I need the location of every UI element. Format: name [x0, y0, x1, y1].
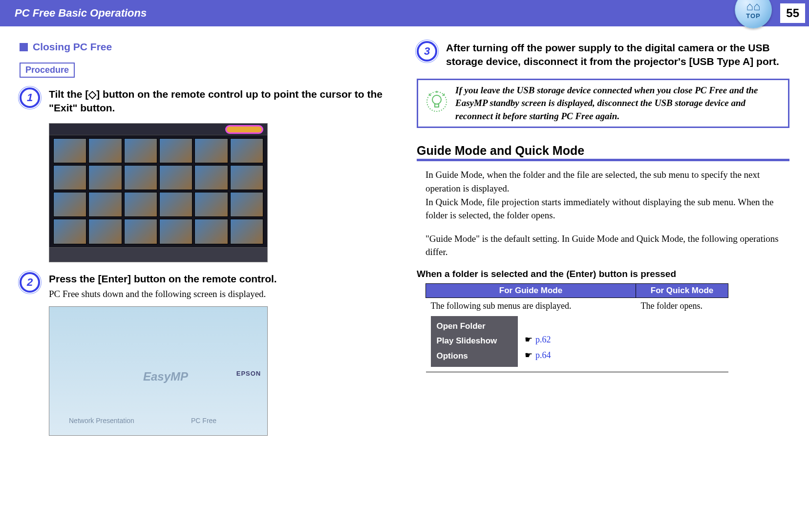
- step-number-badge-1: 1: [20, 87, 40, 108]
- exit-button-highlight: [225, 125, 263, 134]
- tip-text: If you leave the USB storage device conn…: [455, 84, 781, 123]
- header-bar: PC Free Basic Operations ⌂⌂ TOP 55: [0, 0, 809, 26]
- step-2-desc: PC Free shuts down and the following scr…: [49, 288, 392, 300]
- pc-free-label: PC Free: [191, 417, 216, 425]
- section-heading: Closing PC Free: [20, 41, 392, 53]
- reference-mark-icon: ☛: [525, 350, 532, 360]
- svg-point-1: [432, 95, 441, 104]
- section-heading-text: Closing PC Free: [33, 41, 112, 53]
- top-badge-label: TOP: [746, 12, 761, 20]
- epson-brand: EPSON: [236, 370, 261, 377]
- home-icon: ⌂⌂: [746, 0, 761, 12]
- para-3: "Guide Mode" is the default setting. In …: [426, 232, 789, 259]
- reference-mark-icon: ☛: [525, 335, 532, 344]
- para-2: In Quick Mode, file projection starts im…: [426, 195, 789, 222]
- step-number-badge-3: 3: [417, 41, 437, 62]
- procedure-tag: Procedure: [20, 63, 75, 78]
- cell-quick: The folder opens.: [636, 298, 728, 372]
- step-3-title: After turning off the power supply to th…: [446, 41, 789, 69]
- page-number: 55: [780, 3, 805, 23]
- heading-guide-quick: Guide Mode and Quick Mode: [417, 144, 789, 158]
- step-2-title: Press the [Enter] button on the remote c…: [49, 272, 392, 286]
- step-3: 3 After turning off the power supply to …: [417, 41, 789, 71]
- guide-cell-text: The following sub menus are displayed.: [431, 301, 572, 311]
- ref-link-p62[interactable]: p.62: [535, 335, 551, 344]
- table-caption: When a folder is selected and the (Enter…: [417, 269, 789, 279]
- right-column: 3 After turning off the power supply to …: [417, 41, 789, 446]
- tip-box: If you leave the USB storage device conn…: [417, 79, 789, 128]
- ref-p64[interactable]: ☛ p.64: [525, 347, 551, 363]
- screenshot-easymp-standby: EasyMP EPSON Network Presentation PC Fre…: [49, 306, 268, 436]
- screenshot-pc-free-exit: [49, 123, 268, 262]
- ref-link-p64[interactable]: p.64: [535, 350, 551, 360]
- step-2: 2 Press the [Enter] button on the remote…: [20, 272, 392, 300]
- top-badge[interactable]: ⌂⌂ TOP: [735, 0, 772, 28]
- cell-guide: The following sub menus are displayed. O…: [426, 298, 636, 372]
- svg-rect-2: [435, 104, 439, 107]
- step-1: 1 Tilt the [◇] button on the remote cont…: [20, 87, 392, 117]
- header-title: PC Free Basic Operations: [15, 7, 147, 20]
- submenu-play-slideshow: Play Slideshow: [437, 334, 512, 349]
- heading-rule: [417, 159, 789, 161]
- step-number-badge-2: 2: [20, 272, 40, 293]
- submenu-options: Options: [437, 349, 512, 364]
- para-1: In Guide Mode, when the folder and the f…: [426, 168, 789, 195]
- th-guide: For Guide Mode: [426, 283, 636, 298]
- network-presentation-label: Network Presentation: [69, 417, 134, 425]
- th-quick: For Quick Mode: [636, 283, 728, 298]
- tip-lightbulb-icon: [425, 90, 448, 113]
- left-column: Closing PC Free Procedure 1 Tilt the [◇]…: [20, 41, 392, 446]
- step-1-title: Tilt the [◇] button on the remote contro…: [49, 87, 392, 115]
- ref-p62[interactable]: ☛ p.62: [525, 332, 551, 347]
- square-bullet-icon: [20, 43, 28, 51]
- mode-table: For Guide Mode For Quick Mode The follow…: [426, 283, 728, 372]
- submenu-open-folder: Open Folder: [437, 319, 512, 334]
- submenu-box: Open Folder Play Slideshow Options: [431, 316, 518, 367]
- easymp-logo: EasyMP: [143, 370, 188, 383]
